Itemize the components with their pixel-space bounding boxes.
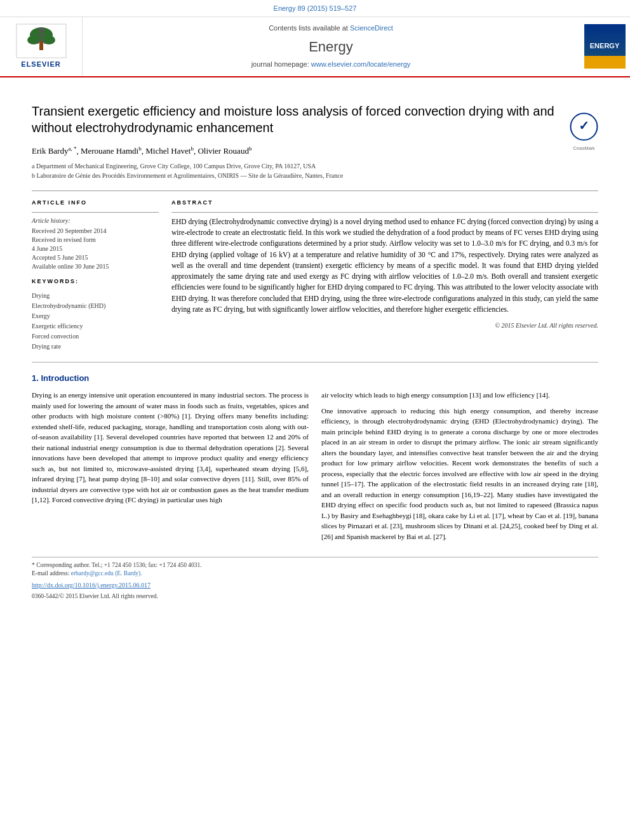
available-date: Available online 30 June 2015 — [32, 262, 159, 271]
svg-rect-5 — [39, 41, 43, 50]
author-erik: Erik Bardy — [32, 146, 68, 156]
copyright-line: © 2015 Elsevier Ltd. All rights reserved… — [171, 321, 598, 331]
affiliations: a Department of Mechanical Engineering, … — [32, 161, 598, 180]
page-footer: * Corresponding author. Tel.; +1 724 450… — [32, 557, 598, 601]
intro-right-col: air velocity which leads to high energy … — [321, 390, 598, 547]
section-number: 1. — [32, 373, 39, 383]
email-label: E-mail address: — [32, 570, 69, 577]
footnote-corresponding: * Corresponding author. Tel.; +1 724 450… — [32, 561, 598, 570]
accepted-date: Accepted 5 June 2015 — [32, 253, 159, 262]
section-title: Introduction — [41, 373, 89, 383]
footnote-email: E-mail address: erbardy@gcc.edu (E. Bard… — [32, 570, 598, 578]
intro-left-col: Drying is an energy intensive unit opera… — [32, 390, 309, 547]
homepage-label: journal homepage: — [251, 60, 309, 68]
affiliation-a: a Department of Mechanical Engineering, … — [32, 161, 598, 171]
main-content: ✓ CrossMark Transient exergetic efficien… — [0, 77, 630, 614]
introduction-section: 1. Introduction Drying is an energy inte… — [32, 373, 598, 547]
received-date: Received 20 September 2014 — [32, 227, 159, 236]
article-info-column: ARTICLE INFO Article history: Received 2… — [32, 199, 159, 352]
elsevier-tree-icon — [16, 23, 67, 58]
page: Energy 89 (2015) 519–527 — [0, 0, 630, 840]
intro-right-text: air velocity which leads to high energy … — [321, 390, 598, 542]
journal-header: ELSEVIER Contents lists available at Sci… — [0, 17, 630, 77]
section-main-divider — [32, 362, 598, 363]
intro-right-para-2: One innovative approach to reducing this… — [321, 406, 598, 542]
history-group: Article history: Received 20 September 2… — [32, 217, 159, 272]
divider-2 — [171, 212, 598, 213]
homepage-url[interactable]: www.elsevier.com/locate/energy — [311, 60, 411, 68]
intro-left-text: Drying is an energy intensive unit opera… — [32, 390, 309, 505]
author-michel: Michel Havet — [145, 146, 191, 156]
energy-logo-area: ENERGY — [579, 17, 630, 76]
intro-body: Drying is an energy intensive unit opera… — [32, 390, 598, 547]
top-bar: Energy 89 (2015) 519–527 — [0, 0, 630, 17]
affiliation-b: b Laboratoire de Génie des Procédés Envi… — [32, 171, 598, 180]
doi-link[interactable]: http://dx.doi.org/10.1016/j.energy.2015.… — [32, 581, 598, 590]
article-title: Transient exergetic efficiency and moist… — [32, 103, 598, 136]
svg-text:✓: ✓ — [579, 119, 589, 133]
intro-heading: 1. Introduction — [32, 373, 598, 385]
abstract-text: EHD drying (Electrohydrodynamic convecti… — [171, 217, 598, 315]
elsevier-wordmark: ELSEVIER — [21, 60, 60, 70]
energy-journal-logo: ENERGY — [584, 24, 626, 69]
journal-reference: Energy 89 (2015) 519–527 — [274, 4, 357, 12]
author-olivier: Olivier Rouaud — [198, 146, 249, 156]
keyword-exergetic-efficiency: Exergetic efficiency — [32, 321, 159, 331]
keyword-forced-convection: Forced convection — [32, 331, 159, 342]
article-info-label: ARTICLE INFO — [32, 199, 159, 207]
received-revised-date: 4 June 2015 — [32, 244, 159, 253]
intro-para-1: Drying is an energy intensive unit opera… — [32, 390, 309, 505]
sciencedirect-line: Contents lists available at ScienceDirec… — [95, 23, 566, 34]
keywords-group: Keywords: Drying Electrohydrodynamic (EH… — [32, 277, 159, 352]
keyword-drying-rate: Drying rate — [32, 342, 159, 352]
issn-line: 0360-5442/© 2015 Elsevier Ltd. All right… — [32, 592, 598, 601]
sciencedirect-link[interactable]: ScienceDirect — [350, 24, 393, 32]
abstract-column: ABSTRACT EHD drying (Electrohydrodynamic… — [171, 199, 598, 352]
elsevier-branding: ELSEVIER — [0, 17, 83, 76]
article-info-abstract: ARTICLE INFO Article history: Received 2… — [32, 190, 598, 352]
received-revised-label: Received in revised form — [32, 236, 159, 244]
journal-info-center: Contents lists available at ScienceDirec… — [83, 17, 579, 76]
keyword-drying: Drying — [32, 291, 159, 301]
divider-1 — [32, 212, 159, 213]
contents-available-text: Contents lists available at — [269, 24, 348, 32]
keyword-exergy: Exergy — [32, 311, 159, 321]
elsevier-logo-area: ELSEVIER — [16, 23, 67, 70]
history-label: Article history: — [32, 217, 159, 226]
journal-title: Energy — [95, 37, 566, 57]
author-merouane: Merouane Hamdi — [81, 146, 138, 156]
email-address[interactable]: erbardy@gcc.edu (E. Bardy). — [71, 570, 142, 577]
crossmark-icon[interactable]: ✓ CrossMark — [570, 112, 598, 141]
title-area: ✓ CrossMark Transient exergetic efficien… — [32, 103, 598, 136]
keywords-label: Keywords: — [32, 277, 159, 286]
intro-right-para-1: air velocity which leads to high energy … — [321, 390, 598, 401]
journal-homepage: journal homepage: www.elsevier.com/locat… — [95, 60, 566, 70]
keyword-ehd: Electrohydrodynamic (EHD) — [32, 301, 159, 311]
svg-point-6 — [39, 27, 44, 32]
authors-line: Erik Bardya, *, Merouane Hamdib, Michel … — [32, 145, 598, 157]
abstract-label: ABSTRACT — [171, 199, 598, 207]
